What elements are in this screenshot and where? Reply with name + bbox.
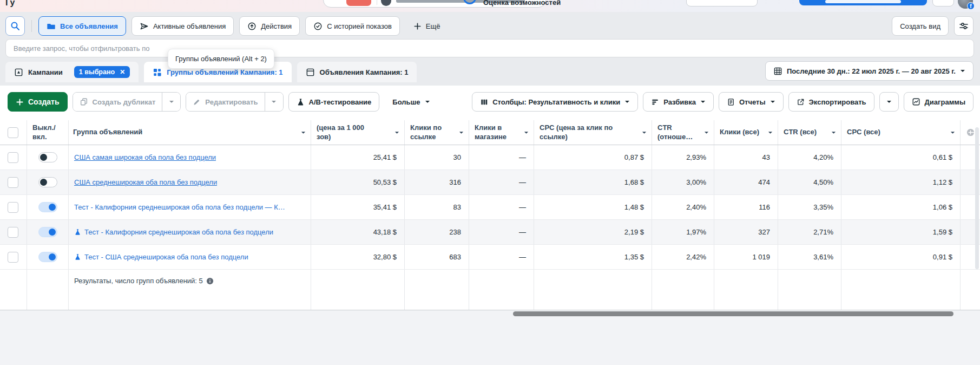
export-button[interactable]: Экспортировать [788,92,874,112]
column-header-metric-3[interactable]: CPC (цена за клик по ссылке) [534,120,652,145]
sort-caret-icon [768,131,773,134]
chevron-down-icon [169,100,174,103]
filter-chip-all-ads[interactable]: Все объявления [38,16,126,36]
sort-caret-icon [831,131,836,134]
columns-button[interactable]: Столбцы: Результативность и клики [472,92,638,112]
vertical-scrollbar[interactable] [975,127,979,269]
row-checkbox[interactable] [8,152,18,163]
breakdown-button[interactable]: Разбивка [643,92,714,112]
filter-chip-more[interactable]: Ещё [405,16,449,36]
row-checkbox[interactable] [8,227,18,238]
export-dropdown[interactable] [879,92,899,112]
adset-name-link[interactable]: США среднеширокая оба пола без подцели [74,178,217,186]
filters-settings-button[interactable] [954,16,974,36]
filter-chip-actions[interactable]: Действия [239,16,300,36]
copy-icon [80,97,88,106]
row-toggle[interactable] [38,252,57,262]
search-row [0,36,980,57]
search-button[interactable] [5,16,25,36]
select-all-checkbox[interactable] [8,127,18,138]
edit-button-group: Редактировать [186,92,283,112]
top-right-icon-button[interactable] [932,0,954,6]
column-header-metric-2[interactable]: Клики в магазине [469,120,534,145]
date-range-picker[interactable]: Последние 30 дн.: 22 июл 2025 г. — 20 ав… [765,61,974,81]
column-header-metric-0[interactable]: (цена за 1 000 зов) [311,120,405,145]
adset-name-link[interactable]: Тест - Калифорния среднеширокая оба пола… [74,203,285,211]
column-header-adset-name[interactable]: Группа объявлений [69,120,311,145]
tab-label: Группы объявлений Кампания: 1 [167,68,282,76]
row-toggle[interactable] [38,202,57,212]
metric-cell: 1,12 $ [841,170,961,194]
column-header-metric-5[interactable]: Клики (все) [714,120,778,145]
row-toggle[interactable] [38,152,57,162]
create-button[interactable]: Создать [8,92,68,112]
adset-name-link[interactable]: США самая широкая оба пола без подцели [74,153,216,161]
row-toggle[interactable] [38,177,57,187]
search-input[interactable] [5,39,974,57]
arrow-up-circle-icon [247,22,256,31]
flask-icon [297,98,305,106]
column-header-metric-6[interactable]: CTR (все) [778,120,841,145]
table-header: Выкл./ вкл.Группа объявлений(цена за 1 0… [0,120,980,145]
delivery-seal-icon [313,22,323,31]
filter-chip-active-ads[interactable]: Активные объявления [131,16,234,36]
row-checkbox[interactable] [8,202,18,213]
campaigns-icon [14,68,23,77]
selected-count-badge: 1 выбрано ✕ [74,66,130,78]
column-header-toggle: Выкл./ вкл. [27,120,69,145]
search-icon [10,21,20,31]
profile-avatar[interactable]: f [958,0,973,9]
filter-chip-had-delivery[interactable]: С историей показов [305,16,400,36]
adset-name-link[interactable]: Тест - США среднеширокая оба пола без по… [74,253,248,261]
tab-campaigns[interactable]: Кампании 1 выбрано ✕ [5,62,139,82]
metric-cell: — [469,245,534,269]
filters-row: Все объявления Активные объявления Дейст… [0,12,980,36]
ads-icon [306,68,315,77]
adset-name-cell: Тест - Калифорния среднеширокая оба пола… [69,220,311,244]
record-button[interactable] [346,0,371,6]
create-view-button[interactable]: Создать вид [892,16,949,36]
charts-label: Диаграммы [925,98,965,106]
columns-label: Столбцы: Результативность и клики [492,98,620,106]
column-header-metric-4[interactable]: CTR (отноше… [652,120,714,145]
row-toggle[interactable] [38,227,57,237]
reports-button[interactable]: Отчеты [719,92,784,112]
column-header-metric-1[interactable]: Клики по ссылке [405,120,469,145]
row-select-cell [0,245,27,269]
add-column-icon[interactable] [966,128,975,136]
duplicate-dropdown[interactable] [162,93,180,111]
row-checkbox[interactable] [8,177,18,188]
metric-cell: 1,48 $ [534,195,652,219]
row-toggle-cell [27,195,69,219]
info-icon[interactable] [206,277,214,285]
ab-test-button[interactable]: A/B-тестирование [288,92,380,112]
horizontal-scrollbar[interactable] [513,311,953,316]
charts-button[interactable]: Диаграммы [904,92,974,112]
column-header-metric-7[interactable]: CPC (все) [841,120,961,145]
divider [31,20,32,32]
metric-cell: 0,91 $ [841,245,961,269]
adsets-table: Выкл./ вкл.Группа объявлений(цена за 1 0… [0,120,980,310]
adset-name-cell: США среднеширокая оба пола без подцели [69,170,311,194]
top-bar: Гу Оценка возможностей f [0,0,980,12]
tab-ads[interactable]: Объявления Кампания: 1 [297,62,417,82]
top-right-primary-button[interactable] [799,0,927,5]
duplicate-button[interactable]: Создать дубликат [73,93,162,111]
chip-label: Ещё [426,22,440,30]
results-summary: Результаты, число групп объявлений: 5 [74,277,203,285]
edit-dropdown[interactable] [265,93,283,111]
sort-caret-icon [459,131,464,134]
more-button[interactable]: Больше [384,92,438,112]
tab-label: Кампании [28,68,63,76]
filter-zone: Все объявления Активные объявления Дейст… [0,12,980,86]
top-right-secondary-button[interactable] [686,0,758,6]
sort-caret-icon [642,131,647,134]
metric-cell: 1,59 $ [841,220,961,244]
create-label: Создать [28,97,60,106]
metric-cell: 1,35 $ [534,245,652,269]
close-icon[interactable]: ✕ [120,68,125,76]
adset-name-link[interactable]: Тест - Калифорния среднеширокая оба пола… [74,228,273,236]
row-checkbox[interactable] [8,252,18,263]
edit-button[interactable]: Редактировать [186,93,264,111]
select-all-cell [0,120,27,145]
